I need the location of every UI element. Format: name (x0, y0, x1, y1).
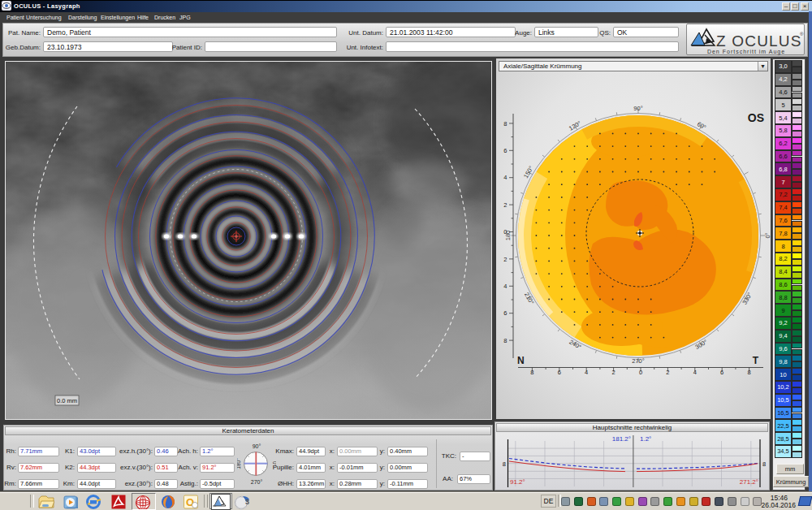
svg-text:6: 6 (503, 147, 507, 154)
svg-text:90°: 90° (633, 105, 642, 112)
svg-text:2: 2 (503, 256, 507, 263)
svg-text:8: 8 (503, 337, 507, 344)
svg-text:8: 8 (503, 460, 506, 468)
svg-text:4: 4 (503, 283, 507, 290)
svg-text:T: T (753, 355, 759, 366)
svg-text:1.2°: 1.2° (640, 435, 651, 443)
svg-text:120°: 120° (568, 119, 582, 132)
svg-text:0: 0 (639, 369, 642, 376)
svg-text:270°: 270° (251, 479, 263, 485)
svg-text:180°: 180° (237, 458, 241, 469)
svg-text:6: 6 (720, 369, 723, 376)
svg-text:0°: 0° (272, 461, 276, 467)
svg-text:0.0 mm: 0.0 mm (57, 397, 77, 404)
svg-text:8: 8 (748, 369, 751, 376)
svg-text:8: 8 (762, 460, 766, 468)
svg-text:2: 2 (612, 369, 615, 376)
svg-text:91.2°: 91.2° (510, 478, 525, 486)
svg-text:3: 3 (245, 498, 249, 506)
svg-text:4: 4 (693, 369, 697, 376)
svg-text:OS: OS (748, 111, 764, 124)
svg-text:6: 6 (558, 369, 561, 376)
svg-text:2: 2 (503, 201, 507, 209)
svg-text:181.2°: 181.2° (612, 435, 631, 443)
svg-text:8: 8 (530, 369, 533, 376)
svg-text:0: 0 (503, 228, 507, 236)
svg-text:60°: 60° (696, 120, 707, 131)
svg-text:8: 8 (503, 120, 507, 128)
svg-text:Den Fortschritt im Auge: Den Fortschritt im Auge (707, 49, 785, 55)
svg-text:4: 4 (503, 174, 507, 181)
svg-text:Z OCULUS: Z OCULUS (716, 32, 802, 50)
svg-text:90°: 90° (253, 443, 261, 449)
svg-text:6: 6 (503, 309, 507, 317)
svg-text:4: 4 (585, 369, 588, 376)
svg-text:2: 2 (666, 369, 669, 376)
svg-text:0°: 0° (764, 232, 771, 238)
svg-text:®: ® (800, 32, 804, 37)
svg-text:N: N (517, 355, 525, 366)
svg-text:270°: 270° (632, 357, 645, 365)
svg-text:150°: 150° (522, 165, 535, 179)
svg-text:271.2°: 271.2° (740, 478, 758, 486)
